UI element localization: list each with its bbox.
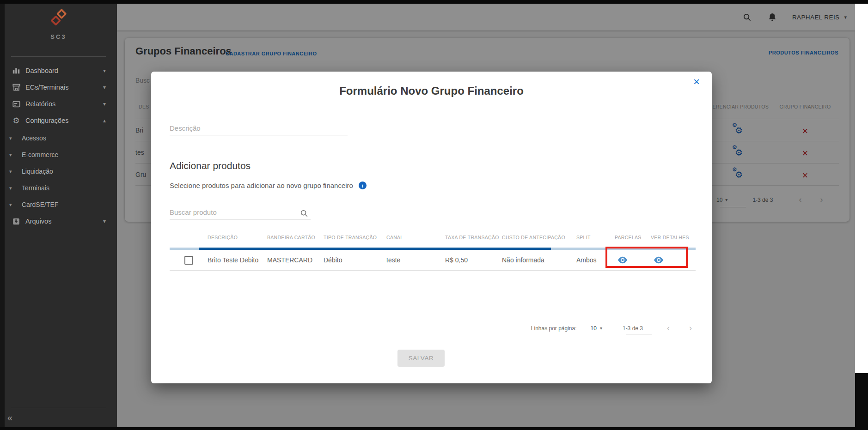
cell-split: Ambos — [576, 250, 615, 270]
sidebar-divider — [11, 56, 106, 57]
sidebar-item-relatorios[interactable]: Relatórios ▾ — [0, 96, 117, 112]
col-descricao: DESCRIÇÃO — [208, 231, 267, 248]
logo: SC3 — [0, 9, 117, 40]
cell-descricao: Brito Teste Debito — [208, 250, 267, 270]
sidebar-subitem-terminais[interactable]: ▾ Terminais — [0, 180, 117, 196]
eye-icon — [654, 256, 664, 264]
chevron-down-icon: ▾ — [9, 169, 16, 175]
cell-custo: Não informada — [502, 250, 576, 270]
pagination-range: 1-3 de 3 — [623, 325, 643, 332]
cell-tipo: Débito — [324, 250, 386, 270]
sidebar-item-dashboard[interactable]: Dashboard ▾ — [0, 62, 117, 79]
modal-pagination: Linhas por página: 10 ▾ 1-3 de 3 ‹ › — [531, 323, 696, 333]
chevron-down-icon: ▾ — [9, 185, 16, 191]
chevron-down-icon[interactable]: ▾ — [600, 326, 602, 331]
header-checkbox-spacer — [170, 231, 208, 248]
chevron-down-icon: ▾ — [103, 218, 106, 224]
chevron-up-icon: ▴ — [103, 117, 106, 124]
previous-page-button[interactable]: ‹ — [667, 323, 670, 333]
cell-bandeira: MASTERCARD — [267, 250, 324, 270]
rows-per-page-select[interactable]: 10 — [591, 325, 597, 332]
loading-progress-bar — [170, 248, 696, 250]
next-page-button[interactable]: › — [689, 323, 692, 333]
section-title: Adicionar produtos — [170, 160, 251, 171]
chevron-down-icon: ▾ — [103, 84, 106, 91]
collapse-sidebar-button[interactable]: « — [7, 412, 12, 423]
sidebar-item-label: Configurações — [25, 117, 69, 124]
sidebar-subitem-label: Liquidação — [22, 168, 53, 175]
col-bandeira-cartao: BANDEIRA CARTÃO — [267, 231, 324, 248]
col-taxa-transacao: TAXA DE TRANSAÇÃO — [445, 231, 502, 248]
input-underline — [170, 219, 311, 219]
sidebar-subitem-cardse-tef[interactable]: ▾ CardSE/TEF — [0, 196, 117, 213]
logo-text: SC3 — [0, 33, 117, 40]
report-icon — [11, 100, 21, 108]
save-button[interactable]: SALVAR — [397, 350, 445, 367]
novo-grupo-financeiro-dialog: × Formulário Novo Grupo Financeiro Adici… — [151, 72, 712, 383]
descricao-input[interactable] — [170, 122, 348, 135]
products-table-header: DESCRIÇÃO BANDEIRA CARTÃO TIPO DE TRANSA… — [170, 231, 696, 248]
sidebar-subitem-acessos[interactable]: ▾ Acessos — [0, 130, 117, 146]
window-edge — [0, 4, 5, 427]
chevron-down-icon: ▾ — [103, 101, 106, 107]
row-checkbox[interactable] — [184, 256, 193, 265]
col-tipo-transacao: TIPO DE TRANSAÇÃO — [324, 231, 386, 248]
sidebar-subitem-ecommerce[interactable]: ▾ E-commerce — [0, 146, 117, 163]
sidebar: SC3 Dashboard ▾ ECs/Terminais ▾ Relatóri… — [0, 4, 117, 427]
product-search-input[interactable] — [170, 206, 298, 219]
sidebar-subitem-label: CardSE/TEF — [22, 201, 58, 208]
divider — [170, 270, 696, 271]
sidebar-item-label: Arquivos — [25, 218, 51, 225]
products-table: DESCRIÇÃO BANDEIRA CARTÃO TIPO DE TRANSA… — [170, 231, 696, 271]
sidebar-subitem-label: Terminais — [22, 184, 49, 192]
section-subtitle-row: Selecione produtos para adicionar ao nov… — [170, 182, 367, 189]
sidebar-item-configuracoes[interactable]: ⚙ Configurações ▴ — [0, 112, 117, 129]
col-split: SPLIT — [576, 231, 615, 248]
table-row: Brito Teste Debito MASTERCARD Débito tes… — [170, 250, 696, 270]
select-underline — [626, 334, 652, 334]
sidebar-subitem-label: Acessos — [22, 134, 46, 142]
col-ver-detalhes: VER DETALHES — [651, 231, 696, 248]
col-custo-antecipacao: CUSTO DE ANTECIPAÇÃO — [502, 231, 576, 248]
sidebar-subitem-liquidacao[interactable]: ▾ Liquidação — [0, 163, 117, 180]
section-subtitle: Selecione produtos para adicionar ao nov… — [170, 182, 353, 189]
gear-icon: ⚙ — [11, 117, 21, 125]
dialog-title: Formulário Novo Grupo Financeiro — [151, 85, 712, 97]
product-search-field[interactable] — [170, 206, 298, 219]
archive-icon — [11, 218, 21, 225]
cell-taxa: R$ 0,50 — [445, 250, 502, 270]
chevron-down-icon: ▾ — [9, 152, 16, 158]
chevron-down-icon: ▾ — [9, 135, 16, 141]
sidebar-subitem-label: E-commerce — [22, 151, 58, 158]
progress-indicator — [199, 248, 551, 250]
col-parcelas: PARCELAS — [615, 231, 651, 248]
eye-icon — [617, 256, 628, 264]
col-canal: CANAL — [386, 231, 445, 248]
chevron-down-icon: ▾ — [103, 67, 106, 74]
sidebar-item-label: ECs/Terminais — [25, 84, 68, 91]
sidebar-item-label: Relatórios — [25, 100, 55, 108]
bar-chart-icon — [11, 67, 21, 75]
descricao-field[interactable] — [170, 122, 348, 135]
info-icon[interactable]: i — [359, 182, 367, 189]
sidebar-item-arquivos[interactable]: Arquivos ▾ — [0, 213, 117, 230]
parcelas-eye-button[interactable] — [615, 250, 651, 270]
rows-per-page-label: Linhas por página: — [531, 325, 577, 332]
store-icon — [11, 83, 21, 91]
cell-canal: teste — [386, 250, 445, 270]
sc3-logo-icon — [48, 9, 69, 30]
ver-detalhes-eye-button[interactable] — [651, 250, 696, 270]
search-icon[interactable] — [300, 209, 308, 219]
sidebar-item-ecs-terminais[interactable]: ECs/Terminais ▾ — [0, 79, 117, 96]
chevron-down-icon: ▾ — [9, 202, 16, 208]
scrollbar-track[interactable] — [855, 4, 868, 373]
sidebar-item-label: Dashboard — [25, 67, 58, 74]
sidebar-divider — [11, 408, 106, 408]
